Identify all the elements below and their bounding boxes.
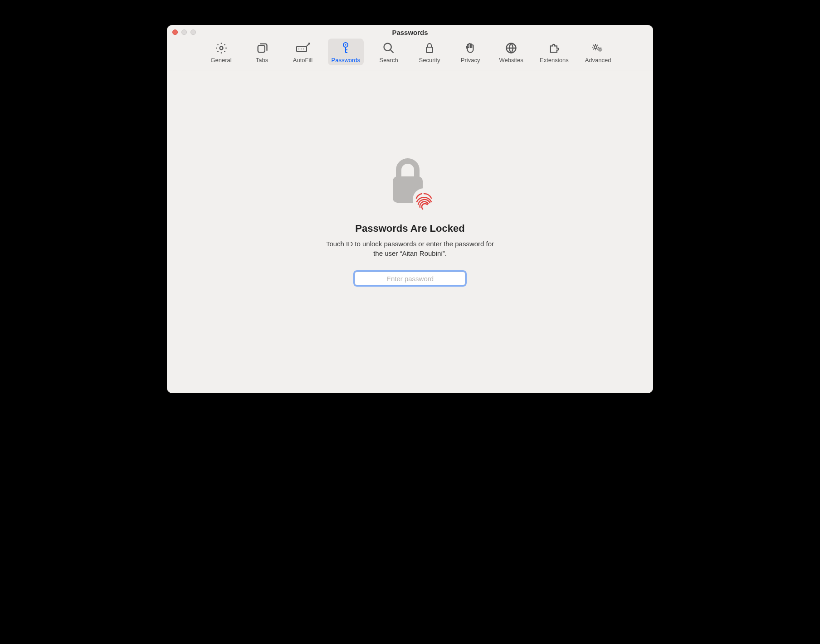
tab-security[interactable]: Security (414, 39, 445, 65)
globe-icon (505, 41, 517, 55)
lock-icon (424, 41, 435, 55)
tab-label: Tabs (256, 57, 268, 63)
tab-general[interactable]: General (205, 39, 237, 65)
close-button[interactable] (172, 29, 178, 35)
gear-icon (215, 41, 228, 55)
tab-label: Advanced (585, 57, 611, 63)
minimize-button[interactable] (181, 29, 187, 35)
preferences-window: Passwords General Tabs AutoFill Passwo (167, 25, 653, 393)
locked-subtext: Touch ID to unlock passwords or enter th… (324, 239, 496, 258)
tab-label: AutoFill (293, 57, 312, 63)
passwords-locked-panel: Passwords Are Locked Touch ID to unlock … (167, 70, 653, 393)
tab-label: Security (419, 57, 440, 63)
svg-point-0 (220, 47, 223, 50)
tab-tabs[interactable]: Tabs (246, 39, 278, 65)
svg-point-4 (301, 49, 302, 49)
titlebar: Passwords (167, 25, 653, 37)
tab-label: Privacy (461, 57, 480, 63)
svg-point-8 (384, 44, 391, 51)
key-icon (340, 41, 351, 55)
window-title: Passwords (167, 29, 653, 36)
password-input[interactable] (355, 272, 465, 285)
tab-passwords[interactable]: Passwords (328, 39, 364, 65)
puzzle-icon (548, 41, 561, 55)
svg-point-3 (298, 49, 299, 49)
tab-label: Extensions (540, 57, 569, 63)
svg-point-11 (594, 46, 597, 49)
autofill-icon (296, 41, 310, 55)
tab-websites[interactable]: Websites (495, 39, 527, 65)
search-icon (382, 41, 395, 55)
gears-icon (591, 41, 605, 55)
tab-label: Search (379, 57, 398, 63)
maximize-button[interactable] (190, 29, 196, 35)
tab-privacy[interactable]: Privacy (454, 39, 486, 65)
svg-point-7 (345, 44, 347, 46)
tab-extensions[interactable]: Extensions (536, 39, 572, 65)
locked-heading: Passwords Are Locked (355, 223, 464, 234)
traffic-lights (172, 29, 196, 35)
svg-point-5 (303, 49, 304, 49)
tab-label: Websites (499, 57, 523, 63)
svg-rect-9 (426, 47, 433, 53)
hand-icon (464, 41, 476, 55)
preferences-toolbar: General Tabs AutoFill Passwords Search (167, 37, 653, 70)
tab-label: General (210, 57, 231, 63)
tab-advanced[interactable]: Advanced (581, 39, 615, 65)
tab-autofill[interactable]: AutoFill (287, 39, 319, 65)
tab-label: Passwords (332, 57, 361, 63)
tab-search[interactable]: Search (373, 39, 405, 65)
svg-rect-1 (258, 45, 264, 52)
lock-touchid-icon (385, 156, 435, 211)
svg-point-12 (599, 49, 600, 50)
tabs-icon (256, 41, 268, 55)
